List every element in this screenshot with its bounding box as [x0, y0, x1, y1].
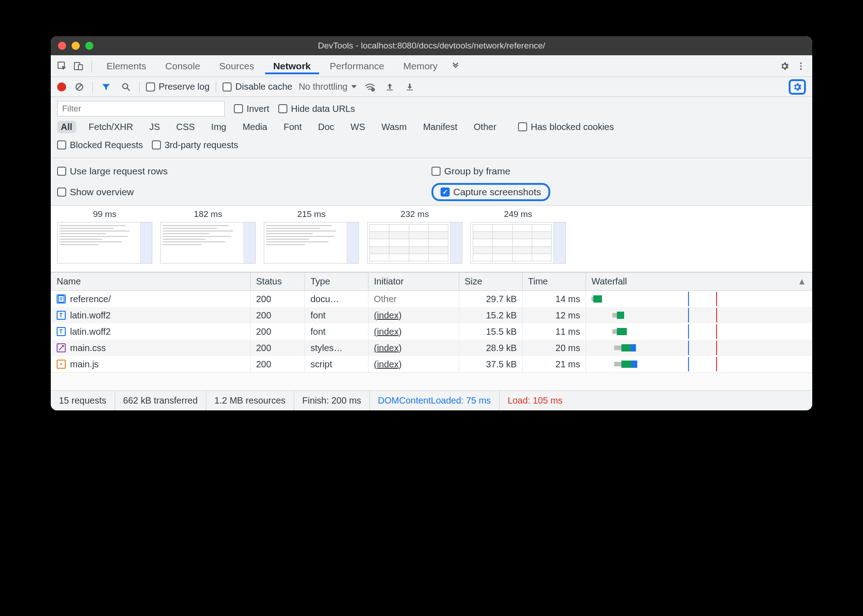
table-row[interactable]: reference/200docu…Other29.7 kB14 ms [51, 291, 812, 308]
filter-input[interactable] [57, 101, 225, 116]
show-overview-checkbox[interactable]: Show overview [57, 187, 134, 197]
type-filter-manifest[interactable]: Manifest [419, 121, 461, 133]
request-time: 12 ms [523, 307, 586, 323]
type-filter-css[interactable]: CSS [173, 121, 199, 133]
device-toolbar-icon[interactable] [72, 59, 85, 73]
screenshot-thumb[interactable]: 182 ms [160, 209, 256, 264]
has-blocked-cookies-checkbox[interactable]: Has blocked cookies [518, 122, 614, 132]
status-load: Load: 105 ms [499, 391, 571, 410]
network-settings-button[interactable] [789, 79, 806, 95]
preserve-log-checkbox[interactable]: Preserve log [146, 82, 209, 92]
tab-console[interactable]: Console [157, 58, 208, 74]
svg-point-3 [800, 62, 802, 64]
type-filter-all[interactable]: All [57, 121, 76, 133]
type-filter-font[interactable]: Font [280, 121, 305, 133]
table-row[interactable]: Tlatin.woff2200font(index)15.2 kB12 ms [51, 307, 812, 323]
tab-network[interactable]: Network [265, 58, 319, 74]
tab-memory[interactable]: Memory [395, 58, 446, 74]
tab-performance[interactable]: Performance [322, 58, 393, 74]
initiator-link[interactable]: (index) [374, 343, 402, 353]
screenshot-time: 232 ms [367, 209, 462, 219]
col-waterfall[interactable]: Waterfall▲ [586, 273, 812, 291]
capture-screenshots-checkbox[interactable]: Capture screenshots [441, 187, 541, 197]
network-conditions-icon[interactable] [363, 80, 377, 94]
table-row[interactable]: main.js200script(index)37.5 kB21 ms [51, 356, 812, 372]
search-icon[interactable] [119, 80, 133, 94]
initiator-link[interactable]: (index) [374, 310, 402, 320]
type-filter-js[interactable]: JS [145, 121, 163, 133]
file-type-icon [57, 343, 66, 352]
hide-data-urls-checkbox[interactable]: Hide data URLs [278, 104, 355, 114]
screenshot-thumb[interactable]: 99 ms [57, 209, 152, 264]
col-type[interactable]: Type [305, 273, 368, 291]
network-settings-drawer: Use large request rows Group by frame Sh… [51, 158, 812, 206]
screenshot-thumb[interactable]: 249 ms [470, 209, 566, 264]
requests-table: Name Status Type Initiator Size Time Wat… [51, 272, 812, 372]
capture-screenshots-label: Capture screenshots [453, 187, 541, 197]
group-by-frame-checkbox[interactable]: Group by frame [432, 166, 510, 177]
status-transferred: 662 kB transferred [115, 391, 207, 410]
initiator-link[interactable]: (index) [374, 359, 402, 369]
col-size[interactable]: Size [459, 273, 523, 291]
devtools-window: DevTools - localhost:8080/docs/devtools/… [51, 36, 812, 410]
col-time[interactable]: Time [523, 273, 586, 291]
table-blank-area [51, 372, 812, 390]
window-title: DevTools - localhost:8080/docs/devtools/… [51, 41, 812, 51]
network-toolbar: Preserve log Disable cache No throttling [51, 77, 812, 97]
svg-rect-13 [407, 89, 412, 90]
close-window-button[interactable] [58, 42, 66, 50]
tab-elements[interactable]: Elements [98, 58, 155, 74]
blocked-requests-checkbox[interactable]: Blocked Requests [57, 140, 143, 150]
inspect-element-icon[interactable] [55, 59, 69, 73]
throttling-dropdown[interactable]: No throttling [299, 82, 357, 92]
kebab-menu-icon[interactable] [794, 59, 808, 73]
col-status[interactable]: Status [251, 273, 305, 291]
settings-gear-icon[interactable] [778, 59, 791, 73]
preserve-log-label: Preserve log [159, 82, 209, 92]
large-rows-label: Use large request rows [70, 166, 168, 177]
filter-bar: Invert Hide data URLs AllFetch/XHRJSCSSI… [51, 97, 812, 158]
minimize-window-button[interactable] [72, 42, 80, 50]
request-name: latin.woff2 [70, 310, 111, 321]
maximize-window-button[interactable] [85, 42, 93, 50]
type-filter-doc[interactable]: Doc [315, 121, 338, 133]
request-name: latin.woff2 [70, 327, 111, 337]
upload-har-icon[interactable] [383, 80, 397, 94]
file-type-icon [57, 294, 66, 303]
type-filter-media[interactable]: Media [239, 121, 271, 133]
table-row[interactable]: main.css200styles…(index)28.9 kB20 ms [51, 340, 812, 356]
download-har-icon[interactable] [403, 80, 417, 94]
request-size: 15.5 kB [459, 323, 523, 340]
tab-sources[interactable]: Sources [211, 58, 262, 74]
col-name[interactable]: Name [51, 273, 251, 291]
type-filter-other[interactable]: Other [470, 121, 500, 133]
disable-cache-checkbox[interactable]: Disable cache [223, 82, 292, 92]
type-filter-ws[interactable]: WS [347, 121, 368, 133]
panel-tabbar: ElementsConsoleSourcesNetworkPerformance… [51, 55, 812, 77]
col-initiator[interactable]: Initiator [368, 273, 459, 291]
table-row[interactable]: Tlatin.woff2200font(index)15.5 kB11 ms [51, 323, 812, 340]
group-by-frame-label: Group by frame [444, 166, 510, 177]
filter-toggle-icon[interactable] [99, 80, 113, 94]
screenshot-thumb[interactable]: 232 ms [367, 209, 462, 264]
initiator-link[interactable]: (index) [374, 327, 402, 337]
file-type-icon [57, 360, 66, 369]
large-rows-checkbox[interactable]: Use large request rows [57, 166, 168, 177]
separator [139, 82, 140, 92]
window-titlebar: DevTools - localhost:8080/docs/devtools/… [51, 36, 812, 55]
type-filter-fetch-xhr[interactable]: Fetch/XHR [85, 121, 137, 133]
record-button[interactable] [57, 82, 66, 91]
status-bar: 15 requests 662 kB transferred 1.2 MB re… [51, 390, 812, 410]
initiator-text: Other [374, 294, 397, 304]
svg-line-7 [77, 84, 82, 89]
type-filter-wasm[interactable]: Wasm [378, 121, 411, 133]
request-size: 15.2 kB [459, 307, 523, 323]
screenshot-thumb[interactable]: 215 ms [264, 209, 359, 264]
third-party-checkbox[interactable]: 3rd-party requests [152, 140, 238, 150]
request-type: font [305, 323, 368, 340]
type-filter-img[interactable]: Img [208, 121, 230, 133]
more-tabs-icon[interactable] [449, 59, 462, 73]
invert-checkbox[interactable]: Invert [234, 104, 269, 114]
request-status: 200 [251, 356, 305, 372]
clear-icon[interactable] [73, 80, 86, 94]
